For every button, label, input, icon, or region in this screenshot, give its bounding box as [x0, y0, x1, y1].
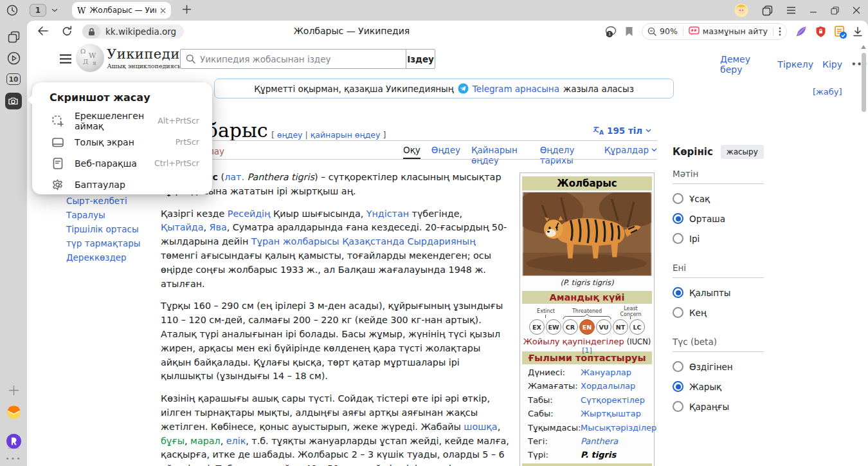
- radio-button[interactable]: [673, 213, 683, 224]
- panels-icon[interactable]: [0, 31, 27, 43]
- view-tab-Қайнарын өңдеу[interactable]: Қайнарын өңдеу: [471, 145, 529, 168]
- toc-item[interactable]: Дереккөздер: [66, 250, 140, 265]
- menu-item-area-select[interactable]: Ерекшеленген аймақAlt+PrtScr: [32, 110, 212, 131]
- view-tab-Өңделу тарихы[interactable]: Өңделу тарихы: [540, 145, 593, 168]
- new-tab-button[interactable]: [182, 5, 192, 14]
- toc-item[interactable]: түр тармақтары: [66, 236, 140, 250]
- feather-extension-icon[interactable]: [795, 26, 807, 37]
- address-bar-page-title[interactable]: Жолбарыс — Уикипедия: [246, 26, 458, 36]
- radio-button[interactable]: [673, 307, 683, 318]
- menu-item-monitor[interactable]: Толық экранPrtScr: [32, 131, 212, 153]
- status-circle-EW[interactable]: EW: [546, 319, 561, 335]
- tiger-image[interactable]: [522, 192, 652, 276]
- view-tab-Оқу[interactable]: Оқу: [403, 145, 420, 159]
- appearance-option-Орташа[interactable]: Орташа: [673, 213, 764, 224]
- status-text[interactable]: Жойылу қаупіндегілер: [523, 337, 624, 346]
- wikipedia-wordmark[interactable]: УикипедиЯ Ашық энциклопедиясы: [107, 46, 183, 70]
- downloads-icon[interactable]: [853, 26, 863, 37]
- status-circle-VU[interactable]: VU: [596, 319, 611, 335]
- browser-menu-icon[interactable]: [786, 6, 796, 14]
- tab-list-chevron-icon[interactable]: [51, 8, 58, 12]
- toc-item[interactable]: Сырт-келбеті: [66, 194, 140, 208]
- appearance-option-Өздігінен[interactable]: Өздігінен: [673, 361, 764, 372]
- status-circle-NT[interactable]: NT: [613, 319, 628, 335]
- article-link[interactable]: Сырдарияның: [408, 236, 476, 247]
- header-link[interactable]: Тіркелу: [777, 59, 813, 70]
- article-link[interactable]: елік: [226, 436, 246, 446]
- article-link[interactable]: Тұран жолбарысы: [251, 236, 339, 247]
- toolbar-kebab-icon[interactable]: [779, 27, 781, 36]
- tab-count-badge[interactable]: 10: [0, 73, 27, 85]
- radio-button[interactable]: [673, 381, 683, 392]
- restore-button[interactable]: [831, 6, 839, 15]
- toc-item[interactable]: Таралуы: [66, 208, 140, 222]
- lock-icon[interactable]: [82, 24, 100, 39]
- back-button[interactable]: [37, 26, 49, 36]
- taxonomy-value[interactable]: Сүтқоректілер: [581, 393, 645, 407]
- wiki-hamburger-icon[interactable]: [59, 54, 72, 64]
- radio-button[interactable]: [673, 193, 683, 204]
- taxonomy-value[interactable]: Хордалылар: [581, 379, 635, 393]
- sidebar-more-icon[interactable]: •••: [0, 454, 27, 463]
- view-tab-Өңдеу[interactable]: Өңдеу: [431, 145, 460, 158]
- bookmark-icon[interactable]: [625, 26, 633, 37]
- edit-link[interactable]: қайнарын өңдеу: [311, 130, 381, 140]
- status-circle-EX[interactable]: EX: [529, 319, 545, 335]
- language-selector[interactable]: A 195 тіл: [593, 126, 651, 136]
- article-link[interactable]: Ресейдің: [228, 209, 271, 219]
- article-link[interactable]: лат.: [224, 172, 244, 182]
- taxonomy-value[interactable]: Жануарлар: [581, 366, 631, 379]
- yandex-browser-icon[interactable]: [0, 433, 27, 449]
- tab-close-icon[interactable]: [160, 8, 166, 14]
- radio-button[interactable]: [673, 287, 683, 298]
- protect-shield-icon[interactable]: [815, 26, 826, 37]
- wiki-search-box[interactable]: [180, 49, 406, 69]
- status-circle-CR[interactable]: CR: [563, 319, 578, 335]
- telegram-link[interactable]: Telegram арнасына: [473, 84, 559, 94]
- appearance-option-Ұсақ[interactable]: Ұсақ: [673, 193, 764, 204]
- sidebar-add-icon[interactable]: [0, 385, 27, 396]
- tab-panel-icon[interactable]: [762, 5, 773, 16]
- article-link[interactable]: Қытайда: [161, 222, 203, 232]
- menu-item-document[interactable]: Веб-парақшаCtrl+PrtScr: [32, 153, 212, 174]
- appearance-option-Қалыпты[interactable]: Қалыпты: [673, 287, 764, 298]
- media-play-icon[interactable]: [0, 51, 27, 65]
- zoom-control[interactable]: 90%: [647, 26, 678, 36]
- browser-tab[interactable]: W Жолбарыс — Уикипед: [72, 2, 171, 19]
- appearance-hide-button[interactable]: жасыру: [721, 145, 764, 159]
- status-circle-EN[interactable]: EN: [579, 319, 595, 335]
- header-link[interactable]: Кіру: [822, 59, 842, 70]
- radio-button[interactable]: [673, 233, 683, 244]
- search-input[interactable]: [200, 54, 401, 64]
- article-link[interactable]: Қазақстанда: [342, 236, 404, 247]
- address-bar[interactable]: kk.wikipedia.org: [82, 24, 184, 39]
- status-circle-LC[interactable]: LC: [629, 319, 645, 335]
- appearance-option-Кең[interactable]: Кең: [673, 307, 764, 318]
- radio-button[interactable]: [673, 401, 683, 412]
- wikipedia-globe-logo[interactable]: Ω W Д я: [76, 44, 104, 72]
- close-window-button[interactable]: [853, 6, 860, 14]
- scrollbar-up-arrow[interactable]: [861, 45, 866, 49]
- taxonomy-value[interactable]: Мысықтәрізділер: [581, 421, 656, 434]
- edit-link[interactable]: өңдеу: [277, 130, 303, 140]
- header-link[interactable]: Демеу беру: [720, 54, 768, 75]
- comments-icon[interactable]: 1: [605, 26, 617, 37]
- taxonomy-value[interactable]: Жыртқыштар: [581, 407, 641, 420]
- appearance-option-Ірі[interactable]: Ірі: [673, 233, 764, 244]
- radio-button[interactable]: [673, 361, 683, 372]
- status-ref[interactable]: [1]: [582, 346, 592, 355]
- profile-avatar[interactable]: [734, 3, 748, 17]
- article-link[interactable]: Ява: [210, 222, 227, 232]
- yandex-mail-icon[interactable]: [0, 405, 27, 420]
- appearance-option-Қараңғы[interactable]: Қараңғы: [673, 401, 764, 412]
- view-tab-Құралдар[interactable]: Құралдар: [604, 145, 657, 158]
- article-link[interactable]: Үндістан: [366, 209, 409, 219]
- appearance-option-Жарық[interactable]: Жарық: [673, 381, 764, 392]
- menu-item-gear[interactable]: Баптаулар: [32, 174, 212, 195]
- screenshot-tool-button[interactable]: [0, 93, 27, 109]
- toc-item[interactable]: Тіршілік ортасы: [66, 222, 140, 236]
- search-button[interactable]: Іздеу: [406, 49, 435, 69]
- minimize-button[interactable]: [809, 6, 817, 14]
- tab-counter[interactable]: 1: [30, 4, 46, 17]
- translate-doc-icon[interactable]: [835, 26, 844, 37]
